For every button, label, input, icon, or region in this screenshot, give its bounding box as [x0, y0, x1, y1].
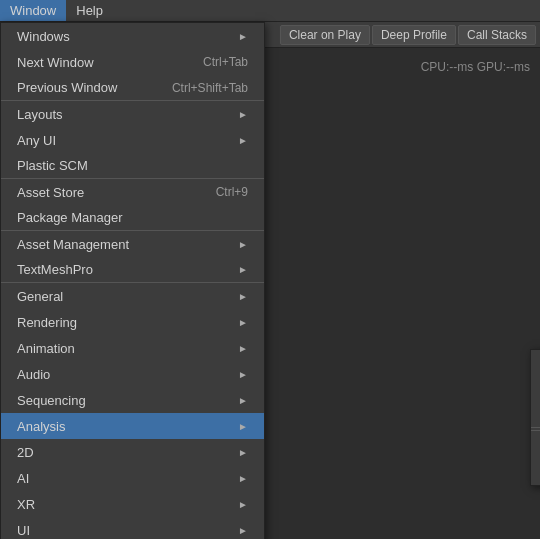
arrow-icon: ►	[238, 264, 248, 275]
menu-item-audio[interactable]: Audio ►	[1, 361, 264, 387]
menu-item-next-window[interactable]: Next Window Ctrl+Tab	[1, 49, 264, 75]
menu-item-sequencing[interactable]: Sequencing ►	[1, 387, 264, 413]
menu-bar-help[interactable]: Help	[66, 0, 113, 21]
menu-bar: Window Help	[0, 0, 540, 22]
arrow-icon: ►	[238, 369, 248, 380]
menu-item-2d[interactable]: 2D ►	[1, 439, 264, 465]
arrow-icon: ►	[238, 135, 248, 146]
arrow-icon: ►	[238, 499, 248, 510]
arrow-icon: ►	[238, 395, 248, 406]
menu-item-any-ui[interactable]: Any UI ►	[1, 127, 264, 153]
arrow-icon: ►	[238, 31, 248, 42]
menu-item-ai[interactable]: AI ►	[1, 465, 264, 491]
menu-item-general[interactable]: General ►	[1, 283, 264, 309]
menu-bar-window[interactable]: Window	[0, 0, 66, 21]
submenu-item-frame-debugger[interactable]: Frame Debugger	[531, 376, 540, 402]
arrow-icon: ►	[238, 239, 248, 250]
arrow-icon: ►	[238, 291, 248, 302]
menu-item-rendering[interactable]: Rendering ►	[1, 309, 264, 335]
arrow-icon: ►	[238, 447, 248, 458]
arrow-icon: ►	[238, 525, 248, 536]
menu-item-ui[interactable]: UI ►	[1, 517, 264, 539]
arrow-icon: ►	[238, 317, 248, 328]
clear-on-play-button[interactable]: Clear on Play	[280, 25, 370, 45]
submenu-item-physics-debugger[interactable]: Physics Debugger	[531, 402, 540, 428]
analysis-submenu: Profiler Ctrl+7 Frame Debugger Physics D…	[530, 349, 540, 486]
menu-item-textmeshpro[interactable]: TextMeshPro ►	[1, 257, 264, 283]
menu-item-asset-management[interactable]: Asset Management ►	[1, 231, 264, 257]
submenu-item-uielements-debugger[interactable]: UIElements Debugger	[531, 433, 540, 459]
menu-item-layouts[interactable]: Layouts ►	[1, 101, 264, 127]
menu-item-animation[interactable]: Animation ►	[1, 335, 264, 361]
arrow-icon: ►	[238, 473, 248, 484]
menu-item-windows[interactable]: Windows ►	[1, 23, 264, 49]
submenu-item-imgui-debugger[interactable]: IMGUI Debugger Alt+5	[531, 459, 540, 485]
call-stacks-button[interactable]: Call Stacks	[458, 25, 536, 45]
window-dropdown-menu: Windows ► Next Window Ctrl+Tab Previous …	[0, 22, 265, 539]
deep-profile-button[interactable]: Deep Profile	[372, 25, 456, 45]
menu-item-previous-window[interactable]: Previous Window Ctrl+Shift+Tab	[1, 75, 264, 101]
menu-item-analysis[interactable]: Analysis ►	[1, 413, 264, 439]
submenu-separator	[531, 430, 540, 431]
arrow-icon: ►	[238, 109, 248, 120]
menu-item-asset-store[interactable]: Asset Store Ctrl+9	[1, 179, 264, 205]
arrow-icon: ►	[238, 421, 248, 432]
menu-item-xr[interactable]: XR ►	[1, 491, 264, 517]
menu-item-plastic-scm[interactable]: Plastic SCM	[1, 153, 264, 179]
cpu-gpu-stats: CPU:--ms GPU:--ms	[421, 60, 530, 74]
submenu-item-profiler[interactable]: Profiler Ctrl+7	[531, 350, 540, 376]
menu-item-package-manager[interactable]: Package Manager	[1, 205, 264, 231]
arrow-icon: ►	[238, 343, 248, 354]
